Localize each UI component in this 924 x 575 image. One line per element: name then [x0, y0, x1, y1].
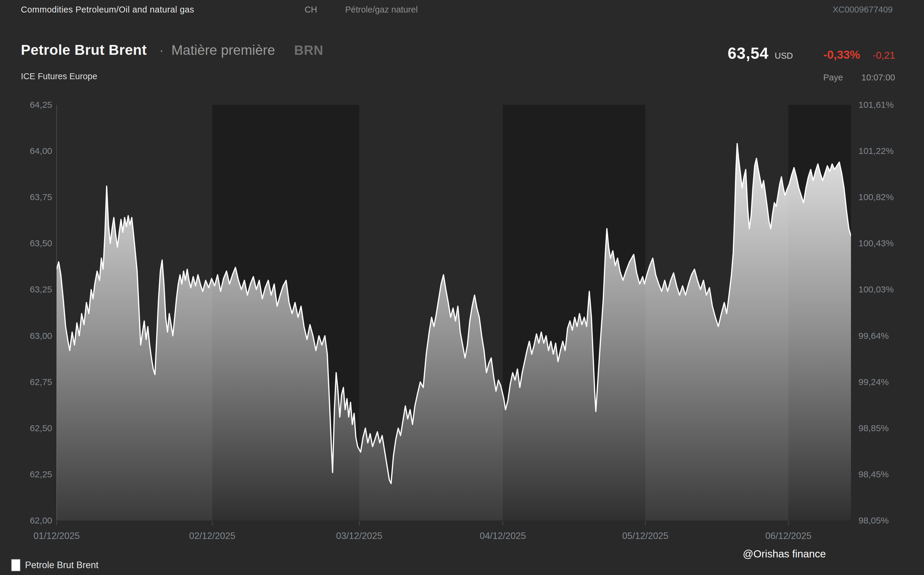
y-axis-label-right: 99,24%: [859, 378, 889, 386]
x-axis-label: 01/12/2025: [33, 531, 80, 542]
status-badge: Paye: [823, 73, 843, 83]
page-title: Petrole Brut Brent: [21, 42, 147, 58]
y-axis-label-left: 62,75: [13, 378, 52, 386]
watermark: @Orishas finance: [743, 548, 826, 560]
change-percent: -0,33%: [823, 48, 860, 61]
isin-code: XC0009677409: [833, 5, 893, 14]
x-axis-tick: [645, 521, 645, 525]
y-axis-label-right: 100,03%: [859, 285, 894, 294]
status-row: Paye 10:07:00: [823, 73, 895, 83]
legend-label: Petrole Brut Brent: [25, 560, 98, 570]
exchange-name: ICE Futures Europe: [21, 71, 97, 81]
country-code: CH: [304, 5, 317, 14]
title-row: Petrole Brut Brent · Matière première BR…: [21, 42, 323, 58]
x-axis-tick: [503, 521, 503, 525]
y-axis-label-right: 98,45%: [859, 470, 889, 479]
x-axis-label: 03/12/2025: [336, 531, 382, 542]
legend[interactable]: Petrole Brut Brent: [11, 559, 98, 571]
y-axis-label-left: 63,25: [13, 285, 52, 294]
x-axis-label: 05/12/2025: [622, 531, 668, 542]
y-axis-label-right: 98,85%: [859, 424, 889, 433]
ticker-symbol: BRN: [294, 43, 323, 58]
title-separator: ·: [159, 43, 164, 58]
breadcrumb[interactable]: Commodities Petroleum/Oil and natural ga…: [21, 5, 194, 14]
quote-row: 63,54 USD -0,33% -0,21: [728, 44, 895, 62]
y-axis-label-left: 64,25: [13, 100, 52, 109]
y-axis-label-right: 100,43%: [859, 239, 894, 248]
last-price: 63,54: [728, 44, 769, 62]
x-axis-tick: [359, 521, 360, 525]
x-axis-label: 02/12/2025: [189, 531, 235, 542]
y-axis-label-left: 63,00: [13, 331, 52, 340]
chart-svg[interactable]: [57, 105, 851, 521]
y-axis-label-right: 99,64%: [859, 331, 889, 340]
x-axis-tick: [788, 521, 789, 525]
y-axis-label-left: 62,50: [13, 424, 52, 433]
x-axis-label: 04/12/2025: [480, 531, 526, 542]
area-fill: [57, 143, 851, 521]
currency-label: USD: [775, 51, 793, 61]
legend-swatch-icon: [11, 559, 20, 571]
x-axis-tick: [212, 521, 212, 525]
quote-time: 10:07:00: [862, 73, 895, 83]
price-chart[interactable]: [57, 105, 851, 521]
y-axis-label-left: 62,00: [13, 516, 52, 525]
y-axis-label-right: 100,82%: [859, 193, 894, 202]
category-label[interactable]: Pétrole/gaz naturel: [345, 5, 417, 14]
y-axis-label-left: 63,75: [13, 193, 52, 202]
y-axis-label-right: 101,61%: [859, 100, 894, 109]
y-axis-label-right: 98,05%: [859, 516, 889, 525]
y-axis-label-left: 64,00: [13, 146, 52, 156]
instrument-type: Matière première: [171, 42, 275, 58]
y-axis-label-left: 62,25: [13, 470, 52, 479]
y-axis-label-right: 101,22%: [859, 146, 894, 156]
change-absolute: -0,21: [873, 50, 895, 61]
y-axis-label-left: 63,50: [13, 239, 52, 248]
x-axis-tick: [56, 521, 57, 525]
x-axis-label: 06/12/2025: [765, 531, 811, 542]
